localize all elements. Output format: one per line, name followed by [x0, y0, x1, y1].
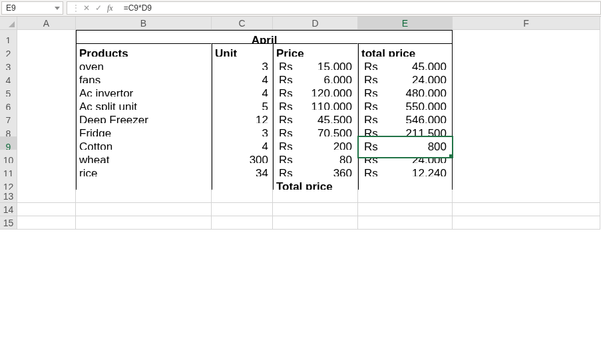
cell-e9-selected[interactable]: Rs800	[358, 136, 453, 158]
spreadsheet-grid[interactable]: A B C D E F 1 April 2 Products Unit Pric…	[0, 17, 601, 230]
name-box[interactable]: E9	[1, 1, 63, 15]
cancel-formula-icon[interactable]: ✕	[81, 3, 93, 13]
cell-c14[interactable]	[212, 203, 273, 216]
cell-f14[interactable]	[453, 203, 600, 216]
formula-input[interactable]: =C9*D9	[117, 3, 596, 13]
formula-input-group: ⋮ ✕ ✓ fx =C9*D9	[67, 1, 601, 15]
cell-f15[interactable]	[453, 216, 600, 230]
accept-formula-icon[interactable]: ✓	[93, 3, 104, 13]
formula-bar: E9 ⋮ ✕ ✓ fx =C9*D9	[0, 0, 601, 17]
name-box-value: E9	[6, 3, 16, 13]
cell-b15[interactable]	[76, 216, 212, 230]
col-header-f[interactable]: F	[453, 17, 600, 30]
cell-b13[interactable]	[76, 190, 212, 203]
cell-d15[interactable]	[273, 216, 358, 230]
cell-b14[interactable]	[76, 203, 212, 216]
cell-e13[interactable]	[358, 190, 453, 203]
divider-icon: ⋮	[72, 3, 80, 13]
col-header-c[interactable]: C	[212, 17, 273, 30]
row-header-13[interactable]: 13	[0, 190, 17, 203]
cell-e15[interactable]	[358, 216, 453, 230]
select-all-corner[interactable]	[0, 17, 17, 30]
col-header-e[interactable]: E	[358, 17, 453, 30]
cell-e14[interactable]	[358, 203, 453, 216]
col-header-d[interactable]: D	[273, 17, 358, 30]
cell-a13[interactable]	[17, 190, 76, 203]
cell-c13[interactable]	[212, 190, 273, 203]
cell-a15[interactable]	[17, 216, 76, 230]
cell-d13[interactable]	[273, 190, 358, 203]
col-header-b[interactable]: B	[76, 17, 212, 30]
fx-icon[interactable]: fx	[104, 3, 117, 13]
chevron-down-icon[interactable]	[55, 7, 60, 10]
cell-c15[interactable]	[212, 216, 273, 230]
col-header-a[interactable]: A	[17, 17, 76, 30]
cell-f13[interactable]	[453, 190, 600, 203]
cell-a14[interactable]	[17, 203, 76, 216]
row-header-15[interactable]: 15	[0, 216, 17, 230]
cell-d14[interactable]	[273, 203, 358, 216]
row-header-14[interactable]: 14	[0, 203, 17, 216]
